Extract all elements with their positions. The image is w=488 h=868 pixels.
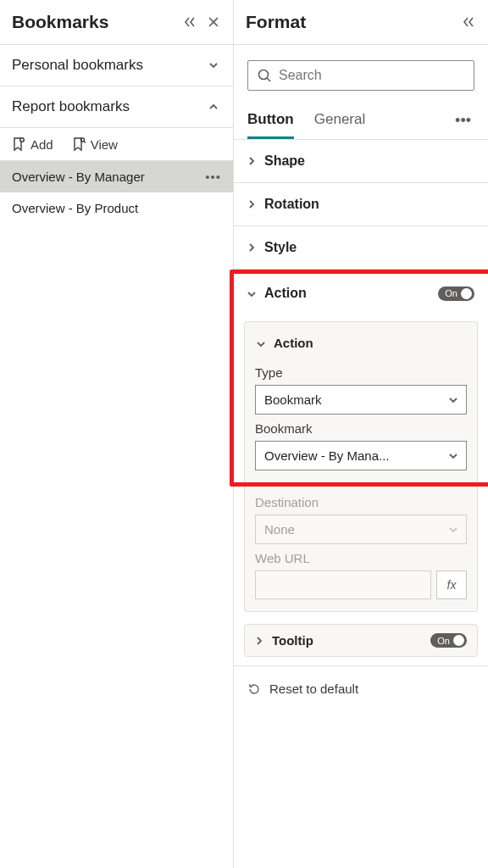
chevron-down-icon: [449, 526, 458, 534]
action-highlight: Action On Action Type Bookmark Book: [230, 270, 488, 487]
bookmarks-panel: Bookmarks Personal bookmarks Report book…: [0, 0, 234, 868]
chevron-down-icon: [449, 396, 458, 404]
section-shape[interactable]: Shape: [234, 140, 488, 183]
format-header-icons: [461, 14, 476, 30]
action-card-continued: Destination None Web URL fx: [244, 487, 478, 612]
add-bookmark-button[interactable]: Add: [12, 136, 53, 152]
collapse-icon[interactable]: [182, 14, 197, 30]
bookmark-item[interactable]: Overview - By Product: [0, 192, 233, 224]
weburl-input: [255, 570, 431, 599]
section-action-label: Action: [264, 286, 307, 301]
bookmark-value: Overview - By Mana...: [264, 448, 390, 463]
chevron-down-icon: [206, 58, 221, 73]
destination-select: None: [255, 515, 467, 544]
reset-icon: [247, 682, 261, 696]
section-style[interactable]: Style: [234, 226, 488, 270]
chevron-down-icon: [449, 452, 458, 460]
format-title: Format: [246, 12, 306, 32]
tooltip-toggle[interactable]: On: [430, 633, 467, 648]
bookmark-select[interactable]: Overview - By Mana...: [255, 441, 467, 470]
search-icon: [257, 68, 272, 83]
destination-label: Destination: [255, 495, 467, 509]
svg-point-1: [80, 138, 84, 142]
reset-to-default-button[interactable]: Reset to default: [234, 665, 488, 711]
chevron-right-icon: [255, 637, 265, 645]
toggle-knob: [461, 288, 472, 299]
section-rotation-label: Rotation: [264, 197, 319, 212]
action-card-title: Action: [274, 336, 313, 350]
fx-label: fx: [447, 578, 457, 592]
bookmark-item-label: Overview - By Product: [12, 201, 138, 215]
weburl-row: fx: [255, 570, 467, 599]
tooltip-label: Tooltip: [272, 633, 313, 648]
bookmark-label: Bookmark: [255, 421, 467, 436]
bookmarks-title: Bookmarks: [12, 12, 108, 32]
bookmark-add-icon: [12, 136, 25, 152]
weburl-label: Web URL: [255, 551, 467, 565]
destination-value: None: [264, 522, 295, 537]
bookmark-view-icon: [72, 136, 86, 152]
report-bookmarks-label: Report bookmarks: [12, 98, 130, 115]
toggle-on-label: On: [445, 288, 458, 298]
section-action-header[interactable]: Action On: [234, 274, 488, 313]
svg-point-2: [259, 70, 269, 80]
bookmarks-header-icons: [182, 14, 221, 30]
reset-label: Reset to default: [269, 682, 358, 696]
close-icon[interactable]: [206, 14, 221, 30]
section-style-label: Style: [264, 240, 297, 255]
report-bookmarks-section[interactable]: Report bookmarks: [0, 86, 233, 128]
more-options-icon[interactable]: •••: [205, 170, 221, 184]
type-label: Type: [255, 365, 467, 380]
collapse-icon[interactable]: [461, 14, 476, 30]
section-shape-label: Shape: [264, 153, 305, 169]
toggle-on-label: On: [437, 636, 450, 646]
tab-button[interactable]: Button: [247, 103, 294, 139]
toggle-knob: [453, 635, 464, 646]
chevron-down-icon: [257, 340, 267, 348]
view-label: View: [91, 137, 118, 152]
add-label: Add: [30, 137, 53, 152]
search-input[interactable]: [279, 68, 465, 83]
chevron-down-icon: [247, 290, 258, 298]
bookmark-item-label: Overview - By Manager: [12, 170, 145, 184]
bookmarks-panel-header: Bookmarks: [0, 0, 233, 45]
type-select[interactable]: Bookmark: [255, 385, 467, 415]
personal-bookmarks-label: Personal bookmarks: [12, 57, 143, 74]
chevron-right-icon: [247, 157, 258, 165]
type-value: Bookmark: [264, 392, 322, 407]
search-box[interactable]: [247, 60, 474, 91]
bookmark-item[interactable]: Overview - By Manager •••: [0, 161, 233, 192]
action-card-header[interactable]: Action: [255, 331, 467, 359]
action-toggle[interactable]: On: [438, 287, 474, 301]
more-options-icon[interactable]: •••: [455, 112, 474, 130]
fx-button[interactable]: fx: [436, 570, 467, 599]
chevron-right-icon: [247, 243, 258, 252]
search-container: [234, 45, 488, 96]
format-panel-header: Format: [234, 0, 488, 45]
bookmarks-toolbar: Add View: [0, 128, 233, 161]
section-tooltip[interactable]: Tooltip On: [244, 624, 478, 657]
action-card: Action Type Bookmark Bookmark Overview -…: [244, 321, 478, 482]
tab-general[interactable]: General: [314, 103, 365, 139]
personal-bookmarks-section[interactable]: Personal bookmarks: [0, 45, 233, 86]
format-panel: Format Button General •••: [234, 0, 488, 868]
view-bookmark-button[interactable]: View: [72, 136, 118, 152]
tabs-row: Button General •••: [234, 96, 488, 140]
chevron-up-icon: [206, 99, 221, 114]
chevron-right-icon: [247, 200, 258, 209]
section-rotation[interactable]: Rotation: [234, 183, 488, 226]
